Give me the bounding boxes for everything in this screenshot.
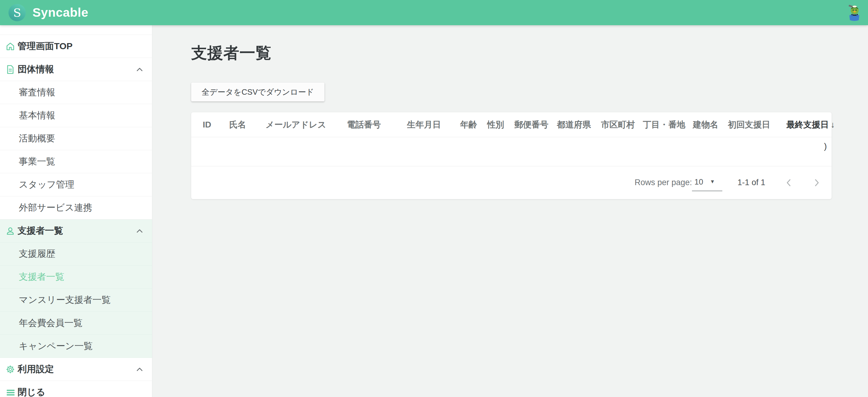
- sidebar-item-staff-management[interactable]: スタッフ管理: [0, 173, 152, 196]
- dropdown-arrow-icon: ▼: [710, 179, 715, 185]
- column-header-age[interactable]: 年齢: [460, 112, 477, 137]
- sidebar-item-label: スタッフ管理: [19, 179, 74, 191]
- rows-per-page-value: 10: [694, 177, 703, 187]
- sidebar-item-org-info[interactable]: 団体情報: [0, 58, 152, 81]
- rows-per-page-label: Rows per page:: [634, 166, 692, 199]
- table-header-row: ID 氏名 メールアドレス 電話番号 生年月日 年齢 性別 郵便番号 都道府県 …: [191, 112, 832, 137]
- column-header-postal-code[interactable]: 郵便番号: [515, 112, 549, 137]
- csv-download-button[interactable]: 全データをCSVでダウンロード: [191, 83, 324, 101]
- sidebar-item-label: 利用設定: [18, 363, 54, 375]
- sidebar-nav: 管理画面TOP 団体情報 審査情報 基本情報 活動概要 事業一覧 スタッフ管: [0, 35, 152, 397]
- sidebar-item-label: 管理画面TOP: [18, 40, 72, 53]
- sidebar-item-usage-settings[interactable]: 利用設定: [0, 358, 152, 381]
- chevron-up-icon: [135, 65, 144, 74]
- sidebar-item-label: マンスリー支援者一覧: [19, 294, 111, 306]
- column-header-prefecture[interactable]: 都道府県: [557, 112, 591, 137]
- column-header-label: 最終支援日: [786, 119, 829, 130]
- sidebar-item-support-history[interactable]: 支援履歴: [0, 243, 152, 266]
- column-header-street[interactable]: 丁目・番地: [643, 112, 685, 137]
- syncable-logo-icon: S: [8, 4, 26, 21]
- gear-icon: [5, 365, 15, 374]
- chevron-right-icon: [811, 178, 822, 188]
- sidebar-item-basic-info[interactable]: 基本情報: [0, 104, 152, 127]
- sidebar-item-label: 閉じる: [18, 386, 45, 397]
- chevron-up-icon: [135, 226, 144, 236]
- table-pagination: Rows per page: 10 ▼ 1-1 of 1: [191, 166, 832, 199]
- sidebar-item-close[interactable]: 閉じる: [0, 381, 152, 397]
- sidebar-item-label: 基本情報: [19, 109, 55, 122]
- sidebar-item-admin-top[interactable]: 管理画面TOP: [0, 35, 152, 58]
- column-header-building[interactable]: 建物名: [693, 112, 718, 137]
- table-row[interactable]: ): [191, 137, 832, 166]
- brand-logo[interactable]: S Syncable: [8, 4, 88, 21]
- sidebar-item-label: 団体情報: [18, 63, 54, 75]
- app-header: S Syncable: [0, 0, 868, 25]
- table-cell-fragment: ): [824, 142, 827, 151]
- sidebar-item-supporters-list[interactable]: 支援者一覧: [0, 266, 152, 288]
- sidebar-item-supporters-section[interactable]: 支援者一覧: [0, 219, 152, 243]
- document-icon: [5, 65, 15, 74]
- supporters-table: ID 氏名 メールアドレス 電話番号 生年月日 年齢 性別 郵便番号 都道府県 …: [191, 112, 832, 199]
- sidebar-item-label: 支援者一覧: [19, 271, 64, 283]
- sidebar-item-review-info[interactable]: 審査情報: [0, 81, 152, 104]
- brand-name: Syncable: [32, 5, 88, 20]
- sidebar-item-label: キャンペーン一覧: [19, 340, 93, 353]
- chevron-left-icon: [784, 178, 794, 188]
- sidebar-item-monthly-supporters[interactable]: マンスリー支援者一覧: [0, 288, 152, 312]
- column-header-email[interactable]: メールアドレス: [266, 112, 326, 137]
- page-title: 支援者一覧: [191, 42, 272, 64]
- column-header-phone[interactable]: 電話番号: [347, 112, 381, 137]
- sidebar: 管理画面TOP 団体情報 審査情報 基本情報 活動概要 事業一覧 スタッフ管: [0, 25, 152, 397]
- person-icon: [5, 226, 15, 236]
- sidebar-item-label: 事業一覧: [19, 155, 55, 168]
- pagination-range: 1-1 of 1: [738, 166, 766, 199]
- previous-page-button[interactable]: [784, 166, 794, 199]
- rows-per-page-select[interactable]: 10 ▼: [692, 173, 722, 191]
- sidebar-item-label: 外部サービス連携: [19, 202, 92, 214]
- column-header-birthdate[interactable]: 生年月日: [407, 112, 441, 137]
- sidebar-item-annual-members[interactable]: 年会費会員一覧: [0, 312, 152, 335]
- column-header-id[interactable]: ID: [203, 112, 211, 137]
- sidebar-item-label: 活動概要: [19, 132, 55, 145]
- sidebar-item-label: 年会費会員一覧: [19, 317, 83, 329]
- column-header-first-support[interactable]: 初回支援日: [728, 112, 770, 137]
- sidebar-item-label: 審査情報: [19, 86, 55, 99]
- sidebar-item-business-list[interactable]: 事業一覧: [0, 150, 152, 173]
- main-content: 支援者一覧 全データをCSVでダウンロード ID 氏名 メールアドレス 電話番号…: [152, 25, 868, 397]
- sort-descending-icon: ↓: [831, 120, 835, 130]
- sidebar-item-label: 支援者一覧: [18, 224, 63, 237]
- chevron-up-icon: [135, 365, 144, 374]
- column-header-last-support[interactable]: 最終支援日 ↓: [786, 112, 835, 137]
- home-icon: [5, 41, 15, 51]
- logo-letter: S: [13, 6, 21, 20]
- sidebar-item-external-services[interactable]: 外部サービス連携: [0, 196, 152, 219]
- column-header-name[interactable]: 氏名: [229, 112, 246, 137]
- sidebar-item-label: 支援履歴: [19, 248, 55, 260]
- menu-icon: [5, 388, 15, 397]
- sidebar-item-activity-overview[interactable]: 活動概要: [0, 127, 152, 150]
- next-page-button[interactable]: [811, 166, 822, 199]
- sidebar-item-campaign-list[interactable]: キャンペーン一覧: [0, 335, 152, 358]
- column-header-city[interactable]: 市区町村: [601, 112, 635, 137]
- user-avatar[interactable]: [845, 4, 863, 21]
- column-header-gender[interactable]: 性別: [487, 112, 504, 137]
